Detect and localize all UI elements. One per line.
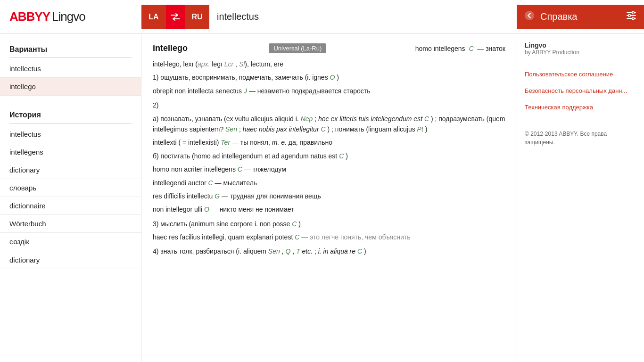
- section-2-ex3: res difficilis intellectu G — трудная дл…: [153, 191, 505, 201]
- example-phrase-text: homo intellegens: [415, 45, 465, 52]
- src-q: Q: [285, 247, 290, 255]
- entry-section-1: 1) ощущать, воспринимать, подмечать, зам…: [153, 72, 505, 96]
- right-panel-links: Пользовательское соглашение Безопасность…: [525, 71, 636, 111]
- inflection-apx: apx.: [198, 60, 210, 68]
- src-g: G: [215, 192, 220, 200]
- dict-tag: Universal (La-Ru): [269, 43, 326, 53]
- search-bar: LA RU: [141, 5, 517, 29]
- link-support[interactable]: Техническая поддержка: [525, 104, 636, 111]
- history-item-1[interactable]: intellēgens: [0, 143, 141, 161]
- src-c2: C: [321, 125, 325, 133]
- section-4-num: 4): [153, 247, 158, 255]
- spravka-label: Справка: [540, 11, 620, 22]
- section-3-num: 3): [153, 220, 158, 228]
- back-button[interactable]: [524, 10, 535, 24]
- src-t: T: [296, 247, 300, 255]
- main-content: Варианты intellectus intellego История i…: [0, 34, 644, 362]
- section-2-num: 2): [153, 100, 505, 110]
- history-item-2[interactable]: dictionary: [0, 161, 141, 179]
- swap-icon: [171, 13, 180, 21]
- logo-area: ABBYY Lingvo: [0, 9, 141, 24]
- section-4-main: 4) знать толк, разбираться (i. aliquem S…: [153, 246, 505, 256]
- src-c3: C: [339, 152, 344, 160]
- entry-header: intellego Universal (La-Ru) homo intelle…: [153, 43, 505, 53]
- dict-content: intellego Universal (La-Ru) homo intelle…: [141, 34, 517, 362]
- history-divider: [9, 123, 132, 123]
- src-c1: C: [424, 115, 429, 123]
- src-sen2: Sen: [268, 247, 280, 255]
- history-title: История: [0, 107, 141, 121]
- search-input[interactable]: [209, 5, 517, 29]
- sidebar: Варианты intellectus intellego История i…: [0, 34, 141, 362]
- section-1-main: 1) ощущать, воспринимать, подмечать, зам…: [153, 72, 505, 82]
- swap-languages-button[interactable]: [166, 5, 185, 29]
- lang-to-button[interactable]: RU: [185, 5, 209, 29]
- src-c4: C: [238, 165, 242, 173]
- section-2-ex1: homo non acriter intellēgens C — тяжелод…: [153, 164, 505, 174]
- section-4-text: знать толк, разбираться (i. aliquem Sen …: [160, 247, 366, 255]
- section-1-example: obrepit non intellecta senectus J — неза…: [153, 86, 505, 96]
- section-2-ex4: non intellegor ulli O — никто меня не по…: [153, 204, 505, 214]
- example-ref: C: [469, 45, 473, 52]
- history-item-6[interactable]: сөздік: [0, 233, 141, 251]
- variants-title: Варианты: [0, 41, 141, 56]
- entry-example-phrase: homo intellegens C — знаток: [408, 45, 505, 52]
- section-3-ru: это легче понять, чем объяснить: [310, 233, 411, 241]
- back-icon: [524, 10, 535, 21]
- src-c7: C: [295, 233, 299, 241]
- sidebar-item-intellectus[interactable]: intellectus: [0, 60, 141, 78]
- src-ter: Ter: [221, 139, 230, 146]
- entry-section-4: 4) знать толк, разбираться (i. aliquem S…: [153, 246, 505, 256]
- variants-divider: [9, 58, 132, 58]
- svg-rect-1: [632, 12, 634, 14]
- copyright: © 2012-2013 ABBYY. Все права защищены.: [525, 130, 636, 147]
- src-nep: Nep: [301, 115, 313, 123]
- brand-name: Lingvo: [525, 41, 636, 49]
- src-sen1: Sen: [225, 125, 237, 133]
- section-3-main: 3) мыслить (animum sine corpore i. non p…: [153, 219, 505, 229]
- etc-text: etc.: [302, 247, 313, 255]
- src-pt: Pt: [417, 125, 423, 133]
- right-panel: Lingvo by ABBYY Production Пользовательс…: [517, 34, 644, 362]
- logo-lingvo: Lingvo: [52, 9, 85, 24]
- svg-rect-2: [628, 15, 630, 17]
- history-item-0[interactable]: intellectus: [0, 125, 141, 143]
- sidebar-item-intellego[interactable]: intellego: [0, 78, 141, 96]
- section-1-text: ощущать, воспринимать, подмечать, замеча…: [160, 74, 339, 81]
- example-dash: — знаток: [477, 45, 505, 52]
- inflection-lcr: Lcr: [224, 60, 233, 68]
- history-item-5[interactable]: Wörterbuch: [0, 215, 141, 233]
- inflection-sl: Sl: [239, 60, 245, 68]
- history-item-4[interactable]: dictionnaire: [0, 197, 141, 215]
- history-item-3[interactable]: словарь: [0, 179, 141, 197]
- section-2a: а) познавать, узнавать (ex vultu alicuju…: [153, 114, 505, 135]
- brand-sub: by ABBYY Production: [525, 49, 636, 56]
- link-privacy[interactable]: Безопасность персональных данн...: [525, 87, 636, 94]
- section-2b: б) постигать (homo ad intellegendum et a…: [153, 151, 505, 161]
- settings-button[interactable]: [626, 11, 636, 23]
- logo-abbyy: ABBYY: [9, 9, 50, 24]
- entry-section-2: 2) а) познавать, узнавать (ex vultu alic…: [153, 100, 505, 215]
- history-item-7[interactable]: dictionary: [0, 251, 141, 269]
- section-3-ex1: haec res facilius intellegi, quam explan…: [153, 232, 505, 242]
- section-1-ex1: obrepit non intellecta senectus J — неза…: [153, 87, 371, 95]
- entry-section-3: 3) мыслить (animum sine corpore i. non p…: [153, 219, 505, 243]
- header: ABBYY Lingvo LA RU Справка: [0, 0, 644, 34]
- lang-from-button[interactable]: LA: [141, 5, 166, 29]
- entry-headword: intellego: [153, 43, 188, 53]
- src-c8: C: [357, 247, 362, 255]
- link-user-agreement[interactable]: Пользовательское соглашение: [525, 71, 636, 78]
- svg-rect-3: [632, 17, 634, 20]
- section-1-src1: O: [330, 74, 335, 81]
- section-2-intellexi: intellexti ( = intellexisti) Ter — ты по…: [153, 137, 505, 148]
- src-c6: C: [292, 220, 297, 228]
- section-3-text: мыслить (animum sine corpore i. non poss…: [160, 220, 301, 228]
- section-2-ex2: intellegendi auctor C — мыслитель: [153, 178, 505, 188]
- src-o: O: [204, 206, 209, 213]
- entry-inflection: intel-lego, lēxī (apx. lēgī Lcr , Sl), l…: [153, 59, 505, 69]
- me-text: m. e.: [272, 139, 287, 146]
- svg-point-0: [525, 11, 534, 20]
- section-1-num: 1): [153, 74, 158, 81]
- src-c5: C: [208, 179, 213, 187]
- in-aliqua: i. in aliquā re: [318, 247, 355, 255]
